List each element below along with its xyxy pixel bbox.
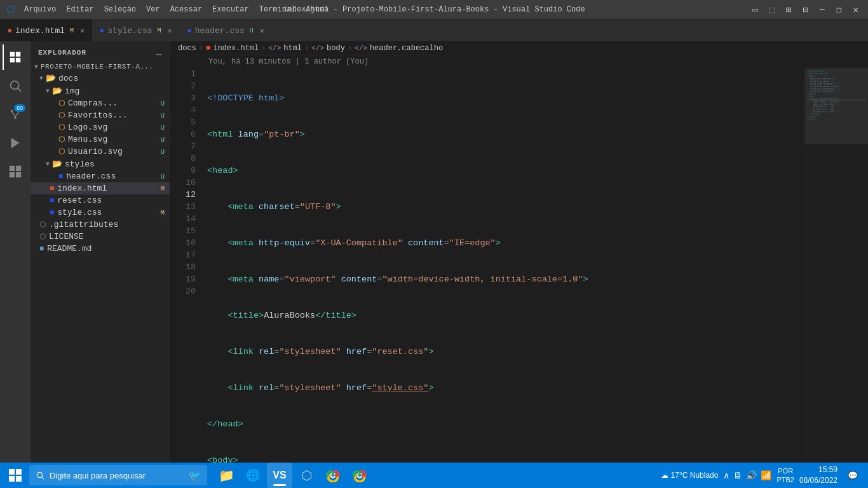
sidebar-item-compras[interactable]: ⬡ Compras... U [31,97,170,109]
git-author-text: You, há 13 minutos | 1 author (You) [208,57,369,66]
menu-arquivo[interactable]: Arquivo [20,4,60,15]
language-indicator[interactable]: POR PTB2 [776,466,794,485]
svg-line-23 [42,477,44,479]
taskbar-app-chrome2[interactable] [347,463,372,488]
network-icon[interactable]: 🖥 [733,470,742,480]
code-line-2: <html lang="pt-br"> [207,128,798,140]
taskbar-app-vscode[interactable]: VS [267,463,292,488]
vscode-logo-icon: ⬡ [6,3,15,16]
tab-bar: ■ index.html M ✕ ■ style.css M ✕ ■ heade… [0,19,868,41]
content-row: 60 EXPLORADOR … ▼ PROJETO-MOBILE-F [0,41,868,488]
taskbar-search-label: Digite aqui para pesquisar [50,471,146,480]
editor-content[interactable]: 1 2 3 4 5 6 7 8 9 10 12 13 14 15 16 17 1… [170,68,868,488]
breadcrumb-sep: › [304,44,309,53]
bracket-icon: </> [311,44,324,52]
svg-rect-0 [10,52,15,57]
sidebar-more-icon[interactable]: … [156,48,162,58]
restore-button[interactable]: ❐ [833,3,844,17]
layout-icon-1[interactable]: ▭ [749,3,761,17]
sidebar-item-index-html[interactable]: ■ index.html M [31,182,170,194]
taskbar-app-terminal[interactable]: ⬡ [294,463,319,488]
taskbar-right: ☁ 17°C Nublado ∧ 🖥 🔊 📶 POR PTB2 15:59 08… [661,464,863,486]
svg-point-6 [11,110,13,112]
activity-search[interactable] [3,73,28,98]
sidebar-folder-docs[interactable]: ▼ 📂 docs [31,72,170,85]
start-button[interactable] [5,465,25,485]
editor-container: docs › ■ index.html › </> html › </> bod… [170,41,868,488]
edge-icon: 🌐 [246,468,260,482]
clock-display[interactable]: 15:59 08/06/2022 [799,464,837,486]
close-tab-icon[interactable]: ✕ [260,26,264,36]
tab-label: index.html [15,26,65,36]
date-text: 08/06/2022 [799,475,837,486]
minimap[interactable]: <!DOCTYPE html> <html lang="pt-br"> <hea… [804,68,868,488]
close-button[interactable]: ✕ [850,3,862,17]
layout-icon-3[interactable]: ⊞ [783,3,794,17]
git-author-bar: You, há 13 minutos | 1 author (You) [170,55,868,68]
sidebar-item-reset-css[interactable]: ■ reset.css [31,194,170,207]
code-line-9: <link rel="stylesheet" href="style.css"> [207,382,798,394]
taskbar-app-chrome[interactable] [320,463,346,488]
sidebar-item-header-css[interactable]: ■ header.css U [31,170,170,182]
sidebar-folder-styles[interactable]: ▼ 📂 styles [31,158,170,170]
tray-arrow-icon[interactable]: ∧ [723,470,729,480]
taskbar-app-edge[interactable]: 🌐 [240,463,266,488]
activity-source-control[interactable]: 60 [3,102,28,127]
folder-img-icon: 📂 [52,86,62,96]
sidebar-item-label: Compras... [68,98,118,108]
breadcrumb-body[interactable]: body [327,44,345,53]
sidebar-item-gitattributes[interactable]: ⬡ .gitattributes [31,219,170,231]
activity-run[interactable] [3,130,28,156]
close-tab-icon[interactable]: ✕ [168,26,172,36]
sidebar-item-favoritos[interactable]: ⬡ Favoritos... U [31,109,170,121]
tab-header-css[interactable]: ■ header.css U ✕ [180,19,272,41]
sidebar-project-root[interactable]: ▼ PROJETO-MOBILE-FIRST-A... [31,62,170,72]
breadcrumb-index[interactable]: index.html [213,44,259,53]
sidebar-folder-img[interactable]: ▼ 📂 img [31,85,170,97]
layout-icon-2[interactable]: ⬚ [766,3,777,17]
breadcrumb-html[interactable]: html [283,44,302,53]
menu-editar[interactable]: Editar [62,4,97,15]
svg-rect-15 [16,172,21,177]
volume-icon[interactable]: 📶 [761,470,771,480]
sidebar-item-logo[interactable]: ⬡ Logo.svg U [31,121,170,133]
minimize-button[interactable]: ─ [817,3,828,16]
sidebar-item-menu[interactable]: ⬡ Menu.svg U [31,133,170,146]
svg-rect-20 [9,476,15,482]
tab-label: header.css [195,26,245,36]
sidebar-item-license[interactable]: ⬡ LICENSE [31,231,170,243]
activity-explorer[interactable] [3,44,28,70]
code-area[interactable]: <!DOCTYPE html> <html lang="pt-br"> <hea… [201,68,804,488]
sidebar-item-readme[interactable]: ■ README.md [31,243,170,255]
notification-button[interactable]: 💬 [843,465,863,485]
sidebar-item-usuario[interactable]: ⬡ Usuario.svg U [31,146,170,158]
sidebar-item-style-css[interactable]: ■ style.css M [31,207,170,219]
bing-icon: 🐦 [188,470,201,482]
layout-icon-4[interactable]: ⊟ [799,3,811,17]
taskbar-search-box[interactable]: Digite aqui para pesquisar 🐦 [29,465,207,485]
code-line-10: </head> [207,418,798,430]
lang-primary: POR [776,466,794,475]
sound-icon[interactable]: 🔊 [746,470,757,480]
taskbar-apps: 📁 🌐 VS ⬡ [214,463,372,488]
explorer-icon: 📁 [219,468,234,484]
breadcrumb-sep: › [199,44,203,53]
close-tab-icon[interactable]: ✕ [80,26,85,36]
sidebar-item-label: header.css [66,172,116,181]
tab-index-html[interactable]: ■ index.html M ✕ [0,19,92,41]
activity-extensions[interactable] [3,159,28,184]
menu-ver[interactable]: Ver [142,4,164,15]
breadcrumb-header[interactable]: header.cabecalho [370,44,443,53]
taskbar-app-explorer[interactable]: 📁 [214,463,239,488]
window-controls: ▭ ⬚ ⊞ ⊟ ─ ❐ ✕ [749,3,862,17]
menu-acessar[interactable]: Acessar [166,4,206,15]
svg-rect-18 [9,469,15,475]
menu-executar[interactable]: Executar [208,4,253,15]
sidebar-title-icons: … [156,48,162,58]
breadcrumb-docs[interactable]: docs [178,44,196,53]
tab-style-css[interactable]: ■ style.css M ✕ [92,19,179,41]
sidebar-project-label: PROJETO-MOBILE-FIRST-A... [41,63,154,71]
css-file-icon: ■ [58,172,63,181]
menu-selecao[interactable]: Seleção [100,4,140,15]
css-icon: ■ [187,27,191,34]
